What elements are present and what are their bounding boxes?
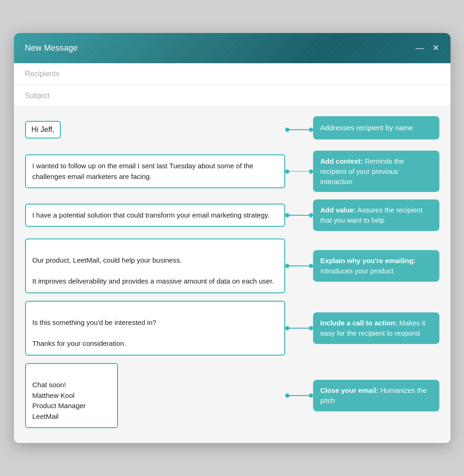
connector-dot-left-1	[285, 169, 289, 173]
connector-line-1	[285, 171, 313, 172]
title-bar: New Message — ✕	[14, 33, 451, 63]
cta-left: Is this something you'd be interested in…	[25, 301, 285, 356]
context-annotation-wrapper: Add context: Reminds the recipient of yo…	[313, 151, 439, 192]
connector-dot-left-3	[285, 264, 289, 268]
greeting-text: Hi Jeff,	[32, 126, 55, 133]
value-annotation-wrapper: Add value: Assures the recipient that yo…	[313, 199, 439, 231]
connector-line-5	[285, 395, 313, 396]
cta-annotation-bold: Include a call to action:	[320, 319, 398, 327]
value-text: I have a potential solution that could t…	[33, 211, 270, 219]
context-annotation-bold: Add context:	[320, 157, 363, 165]
window-title: New Message	[25, 43, 78, 53]
explain-text: Our product, LeetMail, could help your b…	[33, 256, 274, 285]
connector-dot-right-5	[309, 394, 313, 398]
connector-line-2	[285, 215, 313, 216]
greeting-left: Hi Jeff,	[25, 121, 285, 139]
cta-annotation-wrapper: Include a call to action: Makes it easy …	[313, 312, 439, 344]
close-left: Chat soon! Matthew Kool Product Manager …	[25, 363, 285, 429]
close-annotation-bold: Close your email:	[320, 386, 379, 394]
window-controls: — ✕	[416, 44, 439, 52]
cta-annotation-card: Include a call to action: Makes it easy …	[313, 312, 439, 344]
explain-left: Our product, LeetMail, could help your b…	[25, 238, 285, 293]
greeting-annotation-card: Addresses recipient by name	[313, 116, 439, 139]
explain-row: Our product, LeetMail, could help your b…	[25, 238, 439, 293]
context-left: I wanted to follow up on the email I sen…	[25, 154, 285, 188]
close-annotation-card: Close your email: Humanizes the pitch	[313, 380, 439, 411]
cta-text: Is this something you'd be interested in…	[33, 318, 157, 347]
explain-annotation-card: Explain why you're emailing: Introduces …	[313, 250, 439, 282]
cta-connector	[285, 301, 313, 356]
explain-block[interactable]: Our product, LeetMail, could help your b…	[25, 238, 285, 293]
value-connector	[285, 199, 313, 231]
value-annotation-bold: Add value:	[320, 206, 356, 214]
greeting-annotation-text: Addresses recipient by name	[320, 124, 413, 132]
explain-annotation-bold: Explain why you're emailing:	[320, 257, 416, 264]
close-connector	[285, 363, 313, 429]
context-row: I wanted to follow up on the email I sen…	[25, 151, 439, 192]
connector-dot-left	[285, 127, 289, 132]
connector-dot-right-3	[309, 264, 313, 268]
cta-row: Is this something you'd be interested in…	[25, 301, 439, 356]
email-compose-window: New Message — ✕ Recipients Subject Hi Je…	[14, 33, 451, 443]
greeting-annotation-wrapper: Addresses recipient by name	[313, 116, 439, 143]
context-connector	[285, 151, 313, 192]
value-annotation-card: Add value: Assures the recipient that yo…	[313, 199, 439, 231]
connector-dot-left-4	[285, 326, 289, 330]
greeting-connector	[285, 116, 313, 143]
connector-dot-left-2	[285, 213, 289, 218]
close-text: Chat soon! Matthew Kool Product Manager …	[33, 381, 86, 420]
value-left: I have a potential solution that could t…	[25, 204, 285, 227]
value-row: I have a potential solution that could t…	[25, 199, 439, 231]
value-block[interactable]: I have a potential solution that could t…	[25, 204, 285, 227]
minimize-button[interactable]: —	[416, 44, 424, 52]
explain-annotation-text: Introduces your product	[320, 267, 394, 275]
greeting-box[interactable]: Hi Jeff,	[25, 121, 61, 139]
close-row: Chat soon! Matthew Kool Product Manager …	[25, 363, 439, 429]
context-block[interactable]: I wanted to follow up on the email I sen…	[25, 154, 285, 188]
subject-field[interactable]: Subject	[14, 85, 451, 107]
email-form: Recipients Subject	[14, 63, 451, 107]
connector-line-4	[285, 328, 313, 329]
explain-connector	[285, 238, 313, 293]
connector-dot-right-1	[309, 169, 313, 173]
connector-dot-right-2	[309, 213, 313, 218]
connector-dot-right	[309, 127, 313, 132]
recipients-field[interactable]: Recipients	[14, 63, 451, 85]
context-text: I wanted to follow up on the email I sen…	[33, 162, 254, 180]
connector-dot-left-5	[285, 394, 289, 398]
connector-line	[285, 129, 313, 130]
explain-annotation-wrapper: Explain why you're emailing: Introduces …	[313, 250, 439, 282]
greeting-row: Hi Jeff, Addresses recipient by name	[25, 116, 439, 143]
close-annotation-wrapper: Close your email: Humanizes the pitch	[313, 380, 439, 411]
context-annotation-card: Add context: Reminds the recipient of yo…	[313, 151, 439, 192]
connector-dot-right-4	[309, 326, 313, 330]
cta-block[interactable]: Is this something you'd be interested in…	[25, 301, 285, 356]
close-button[interactable]: ✕	[432, 44, 439, 52]
content-area: Hi Jeff, Addresses recipient by name	[14, 107, 451, 443]
connector-line-3	[285, 265, 313, 266]
close-block[interactable]: Chat soon! Matthew Kool Product Manager …	[25, 363, 118, 429]
